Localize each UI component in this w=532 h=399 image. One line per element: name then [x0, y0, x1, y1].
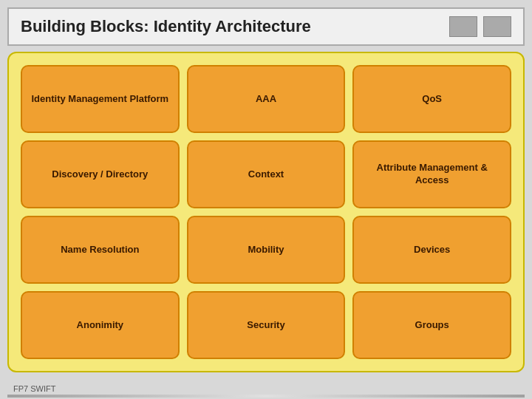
cell-attribute[interactable]: Attribute Management & Access [352, 140, 511, 208]
cell-name-resolution[interactable]: Name Resolution [21, 216, 180, 284]
cell-discovery[interactable]: Discovery / Directory [21, 140, 180, 208]
cell-mobility[interactable]: Mobility [187, 216, 346, 284]
cell-anonimity[interactable]: Anonimity [21, 291, 180, 359]
cell-groups[interactable]: Groups [352, 291, 511, 359]
footer-text: FP7 SWIFT [13, 384, 55, 393]
cell-aaa[interactable]: AAA [187, 65, 346, 133]
cell-context[interactable]: Context [187, 140, 346, 208]
bottom-line [7, 395, 525, 398]
cell-qos[interactable]: QoS [352, 65, 511, 133]
title-box-1 [449, 16, 477, 37]
title-bar: Building Blocks: Identity Architecture [7, 7, 525, 46]
grid: Identity Management Platform AAA QoS Dis… [21, 65, 511, 359]
page-title: Building Blocks: Identity Architecture [21, 17, 311, 36]
title-box-2 [483, 16, 511, 37]
cell-security[interactable]: Security [187, 291, 346, 359]
cell-devices[interactable]: Devices [352, 216, 511, 284]
main-content: Identity Management Platform AAA QoS Dis… [7, 52, 525, 372]
page: Building Blocks: Identity Architecture I… [0, 0, 532, 399]
cell-identity-mgmt[interactable]: Identity Management Platform [21, 65, 180, 133]
title-bar-decorations [449, 16, 511, 37]
